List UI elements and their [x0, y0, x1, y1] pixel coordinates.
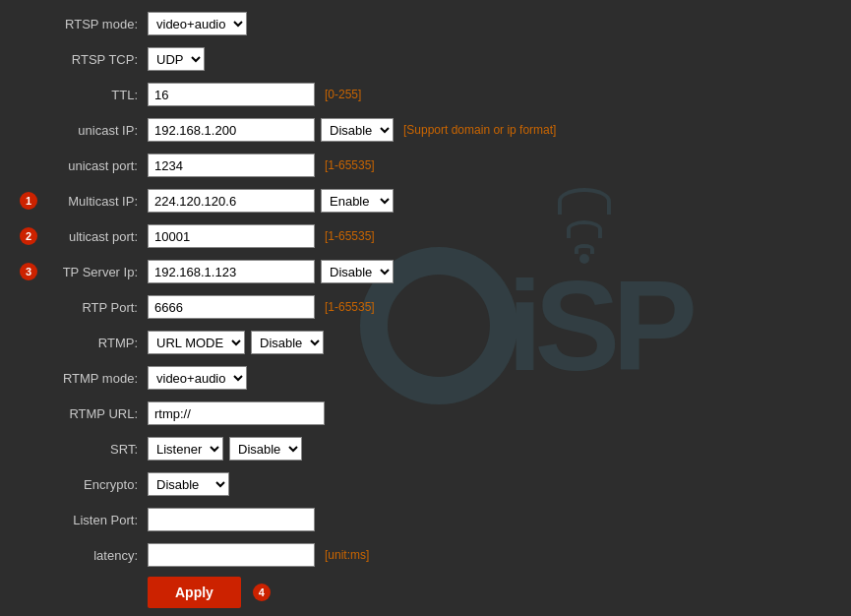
form-content: RTSP mode: video+audio video only audio …: [0, 0, 851, 616]
rtp-server-input[interactable]: [148, 260, 315, 283]
unicast-port-row: unicast port: [1-65535]: [20, 152, 831, 179]
unicast-ip-row: unicast IP: Disable Enable [Support doma…: [20, 116, 831, 144]
latency-row: latency: [unit:ms]: [20, 541, 831, 569]
encrypto-label: Encrypto:: [20, 477, 148, 492]
badge-3: 3: [20, 263, 37, 280]
srt-mode-select[interactable]: Listener Caller: [148, 437, 223, 461]
multicast-port-controls: [1-65535]: [148, 224, 375, 248]
rtmp-controls: URL MODE KEY MODE Disable Enable: [148, 331, 324, 354]
srt-controls: Listener Caller Disable Enable: [148, 437, 302, 461]
rtp-server-row: 3 TP Server Ip: Disable Enable: [20, 258, 831, 285]
listen-port-label: Listen Port:: [20, 513, 148, 527]
rtsp-mode-label: RTSP mode:: [20, 17, 148, 31]
unicast-port-controls: [1-65535]: [148, 154, 375, 177]
rtp-port-label: RTP Port:: [20, 300, 148, 315]
ttl-row: TTL: [0-255]: [20, 81, 831, 108]
apply-controls: Apply 4: [148, 577, 271, 608]
ttl-input[interactable]: [148, 83, 315, 106]
unicast-ip-input[interactable]: [148, 118, 315, 142]
unicast-ip-select[interactable]: Disable Enable: [321, 118, 394, 142]
ttl-hint: [0-255]: [325, 88, 361, 101]
rtp-server-controls: Disable Enable: [148, 260, 394, 283]
ttl-controls: [0-255]: [148, 83, 361, 106]
rtmp-mode-label: RTMP mode:: [20, 371, 148, 386]
multicast-ip-row: 1 Multicast IP: Enable Disable: [20, 187, 831, 215]
multicast-ip-label: 1 Multicast IP:: [20, 194, 148, 209]
srt-label: SRT:: [20, 442, 148, 457]
rtsp-tcp-controls: UDP TCP: [148, 47, 205, 71]
rtmp-mode-row: RTMP mode: video+audio video only audio …: [20, 364, 831, 392]
rtmp-mode-controls: video+audio video only audio only: [148, 366, 247, 390]
rtmp-url-input[interactable]: [148, 401, 325, 425]
rtsp-mode-row: RTSP mode: video+audio video only audio …: [20, 10, 831, 37]
rtmp-url-row: RTMP URL:: [20, 400, 831, 427]
multicast-port-input[interactable]: [148, 224, 315, 248]
rtp-port-hint: [1-65535]: [325, 300, 375, 314]
rtmp-row: RTMP: URL MODE KEY MODE Disable Enable: [20, 329, 831, 356]
rtmp-mode-select[interactable]: URL MODE KEY MODE: [148, 331, 245, 354]
rtp-port-controls: [1-65535]: [148, 295, 375, 319]
encrypto-controls: Disable AES-128 AES-256: [148, 472, 229, 496]
latency-label: latency:: [20, 548, 148, 563]
rtmp-enable-select[interactable]: Disable Enable: [251, 331, 324, 354]
rtmp-url-label: RTMP URL:: [20, 406, 148, 421]
rtp-port-input[interactable]: [148, 295, 315, 319]
unicast-ip-hint: [Support domain or ip format]: [403, 123, 556, 137]
rtmp-url-controls: [148, 401, 325, 425]
ttl-label: TTL:: [20, 88, 148, 102]
apply-button[interactable]: Apply: [148, 577, 241, 608]
multicast-port-hint: [1-65535]: [325, 229, 375, 243]
unicast-ip-controls: Disable Enable [Support domain or ip for…: [148, 118, 556, 142]
unicast-port-hint: [1-65535]: [325, 158, 375, 172]
badge-2: 2: [20, 227, 37, 245]
rtp-server-label: 3 TP Server Ip:: [20, 265, 148, 279]
multicast-port-row: 2 ulticast port: [1-65535]: [20, 222, 831, 250]
rtsp-tcp-row: RTSP TCP: UDP TCP: [20, 45, 831, 73]
rtmp-mode-audio-select[interactable]: video+audio video only audio only: [148, 366, 247, 390]
badge-4: 4: [253, 584, 271, 601]
listen-port-input[interactable]: [148, 508, 315, 531]
unicast-port-label: unicast port:: [20, 158, 148, 173]
multicast-ip-controls: Enable Disable: [148, 189, 394, 213]
rtsp-tcp-label: RTSP TCP:: [20, 52, 148, 67]
encrypto-row: Encrypto: Disable AES-128 AES-256: [20, 470, 831, 498]
unicast-port-input[interactable]: [148, 154, 315, 177]
latency-hint: [unit:ms]: [325, 548, 369, 562]
apply-row: Apply 4: [20, 577, 831, 608]
badge-1: 1: [20, 192, 37, 210]
rtsp-mode-controls: video+audio video only audio only: [148, 12, 247, 35]
rtsp-mode-select[interactable]: video+audio video only audio only: [148, 12, 247, 35]
latency-controls: [unit:ms]: [148, 543, 369, 567]
multicast-ip-input[interactable]: [148, 189, 315, 213]
rtsp-tcp-select[interactable]: UDP TCP: [148, 47, 205, 71]
multicast-port-label: 2 ulticast port:: [20, 229, 148, 244]
listen-port-row: Listen Port:: [20, 506, 831, 533]
rtmp-label: RTMP:: [20, 336, 148, 350]
unicast-ip-label: unicast IP:: [20, 123, 148, 138]
srt-row: SRT: Listener Caller Disable Enable: [20, 435, 831, 462]
encrypto-select[interactable]: Disable AES-128 AES-256: [148, 472, 229, 496]
rtp-server-select[interactable]: Disable Enable: [321, 260, 394, 283]
rtp-port-row: RTP Port: [1-65535]: [20, 293, 831, 321]
listen-port-controls: [148, 508, 315, 531]
srt-enable-select[interactable]: Disable Enable: [229, 437, 302, 461]
latency-input[interactable]: [148, 543, 315, 567]
multicast-ip-select[interactable]: Enable Disable: [321, 189, 394, 213]
